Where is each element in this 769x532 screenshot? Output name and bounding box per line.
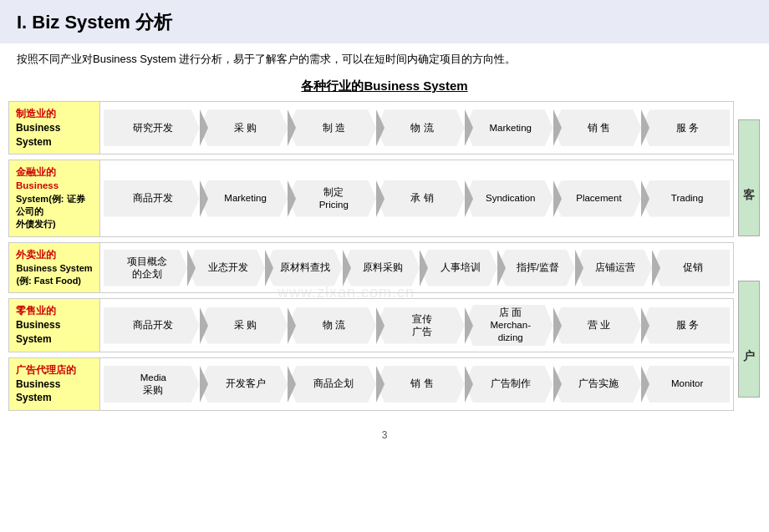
arrow-chain-manufacturing: 研究开发采 购制 造物 流Marketing销 售服 务 [100, 101, 734, 155]
row-label-manufacturing: 制造业的Business System [8, 101, 100, 155]
arrow-item: 广告实施 [553, 366, 642, 403]
arrow-item: 物 流 [288, 307, 376, 344]
arrow-item: 制定 Pricing [288, 180, 376, 217]
arrow-item: Trading [641, 180, 730, 217]
arrow-item: 店铺运营 [575, 250, 653, 286]
arrow-item: 制 造 [288, 109, 376, 146]
arrow-item: 原材料查找 [265, 250, 343, 286]
arrow-chain-retail: 商品开发采 购物 流宣传 广告店 面 Merchan- dizing营 业服 务 [100, 298, 734, 352]
arrow-item: 销 售 [376, 366, 465, 403]
arrow-item: 营 业 [553, 307, 642, 344]
arrow-item: Marketing [200, 180, 288, 217]
arrow-item: 指挥/监督 [497, 250, 575, 286]
arrow-item: Monitor [641, 366, 730, 403]
right-sidebar: 客 户 [737, 101, 761, 416]
arrow-item: 采 购 [200, 307, 288, 344]
header: I. Biz System 分析 [0, 0, 769, 43]
main-content: 制造业的Business System研究开发采 购制 造物 流Marketin… [0, 101, 769, 424]
arrow-item: 商品开发 [104, 180, 200, 217]
page-container: I. Biz System 分析 按照不同产业对Business System … [0, 0, 769, 532]
arrow-item: 商品开发 [104, 307, 200, 344]
arrow-item: Media 采购 [104, 366, 200, 403]
arrow-item: Placement [553, 180, 642, 217]
section-title: 各种行业的Business System [0, 79, 769, 94]
arrow-item: 服 务 [641, 109, 730, 146]
arrow-chain-adagency: Media 采购开发客户商品企划销 售广告制作广告实施Monitor [100, 357, 734, 411]
arrow-item: 业态开发 [187, 250, 265, 286]
row-label-fastfood: 外卖业的Business System (例: Fast Food) [8, 242, 100, 294]
subtitle: 按照不同产业对Business System 进行分析，易于了解客户的需求，可以… [0, 43, 769, 73]
arrow-item: 促销 [652, 250, 730, 286]
page-title: I. Biz System 分析 [17, 10, 752, 35]
arrow-item: 承 销 [376, 180, 465, 217]
arrow-item: 原料采购 [343, 250, 420, 286]
arrow-item: 商品企划 [288, 366, 376, 403]
arrow-item: 研究开发 [104, 109, 200, 146]
arrow-item: 采 购 [200, 109, 288, 146]
arrow-item: 项目概念 的企划 [104, 250, 187, 286]
arrow-chain-fastfood: 项目概念 的企划业态开发原材料查找原料采购人事培训指挥/监督店铺运营促销 [100, 242, 734, 294]
biz-row-finance: 金融业的 BusinessSystem(例: 证券公司的 外债发行)商品开发Ma… [8, 160, 734, 236]
sidebar-top: 客 [738, 119, 760, 236]
arrow-item: Syndication [465, 180, 553, 217]
biz-row-manufacturing: 制造业的Business System研究开发采 购制 造物 流Marketin… [8, 101, 734, 155]
arrow-item: 宣传 广告 [376, 307, 465, 344]
arrow-item: 人事培训 [420, 250, 497, 286]
rows-area: 制造业的Business System研究开发采 购制 造物 流Marketin… [8, 101, 734, 416]
arrow-item: 销 售 [553, 109, 642, 146]
arrow-chain-finance: 商品开发Marketing制定 Pricing承 销SyndicationPla… [100, 160, 734, 236]
arrow-item: 物 流 [376, 109, 465, 146]
arrow-item: 店 面 Merchan- dizing [465, 305, 553, 346]
sidebar-bottom: 户 [738, 281, 760, 398]
biz-row-adagency: 广告代理店的Business SystemMedia 采购开发客户商品企划销 售… [8, 357, 734, 411]
arrow-item: Marketing [465, 109, 553, 146]
row-label-adagency: 广告代理店的Business System [8, 357, 100, 411]
row-label-retail: 零售业的Business System [8, 298, 100, 352]
arrow-item: 服 务 [641, 307, 730, 344]
page-number: 3 [0, 424, 769, 444]
biz-row-fastfood: 外卖业的Business System (例: Fast Food)项目概念 的… [8, 242, 734, 294]
arrow-item: 开发客户 [200, 366, 288, 403]
biz-row-retail: 零售业的Business System商品开发采 购物 流宣传 广告店 面 Me… [8, 298, 734, 352]
row-label-finance: 金融业的 BusinessSystem(例: 证券公司的 外债发行) [8, 160, 100, 236]
arrow-item: 广告制作 [465, 366, 553, 403]
